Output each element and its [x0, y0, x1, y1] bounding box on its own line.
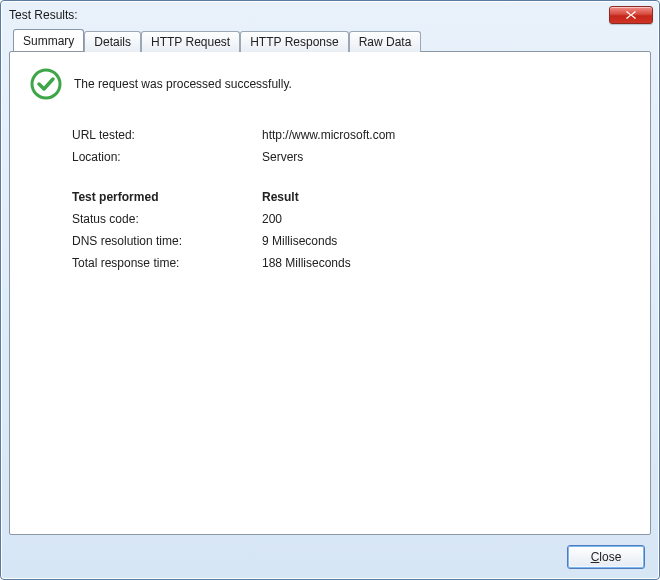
dns-time-value: 9 Milliseconds	[262, 234, 630, 248]
tab-http-request[interactable]: HTTP Request	[141, 31, 240, 52]
close-button-rest: lose	[599, 550, 621, 564]
svg-point-0	[32, 70, 60, 98]
titlebar: Test Results:	[1, 1, 659, 29]
total-time-label: Total response time:	[72, 256, 262, 270]
row-status-code: Status code: 200	[72, 208, 630, 230]
client-area: Summary Details HTTP Request HTTP Respon…	[9, 29, 651, 571]
location-value: Servers	[262, 150, 630, 164]
row-total-time: Total response time: 188 Milliseconds	[72, 252, 630, 274]
url-tested-value: http://www.microsoft.com	[262, 128, 630, 142]
tab-control: Summary Details HTTP Request HTTP Respon…	[9, 29, 651, 535]
close-icon	[625, 10, 637, 20]
close-button[interactable]: Close	[567, 545, 645, 569]
result-heading: Result	[262, 190, 630, 204]
status-code-label: Status code:	[72, 212, 262, 226]
dialog-button-row: Close	[9, 535, 651, 571]
tabpanel-summary: The request was processed successfully. …	[9, 51, 651, 535]
row-url-tested: URL tested: http://www.microsoft.com	[72, 124, 630, 146]
row-dns-time: DNS resolution time: 9 Milliseconds	[72, 230, 630, 252]
tabstrip: Summary Details HTTP Request HTTP Respon…	[9, 29, 651, 51]
status-message: The request was processed successfully.	[74, 77, 292, 91]
close-button-accel: C	[591, 550, 600, 564]
dns-time-label: DNS resolution time:	[72, 234, 262, 248]
row-headings: Test performed Result	[72, 186, 630, 208]
window-frame: Test Results: Summary Details HTTP Reque…	[0, 0, 660, 580]
tab-raw-data[interactable]: Raw Data	[349, 31, 422, 52]
row-location: Location: Servers	[72, 146, 630, 168]
total-time-value: 188 Milliseconds	[262, 256, 630, 270]
test-performed-heading: Test performed	[72, 190, 262, 204]
window-close-button[interactable]	[609, 6, 653, 24]
url-tested-label: URL tested:	[72, 128, 262, 142]
tab-details[interactable]: Details	[84, 31, 141, 52]
window-title: Test Results:	[9, 8, 609, 22]
success-icon	[30, 68, 62, 100]
tab-http-response[interactable]: HTTP Response	[240, 31, 348, 52]
summary-info: URL tested: http://www.microsoft.com Loc…	[72, 124, 630, 274]
location-label: Location:	[72, 150, 262, 164]
status-code-value: 200	[262, 212, 630, 226]
tab-summary[interactable]: Summary	[13, 29, 84, 51]
status-row: The request was processed successfully.	[30, 68, 630, 100]
